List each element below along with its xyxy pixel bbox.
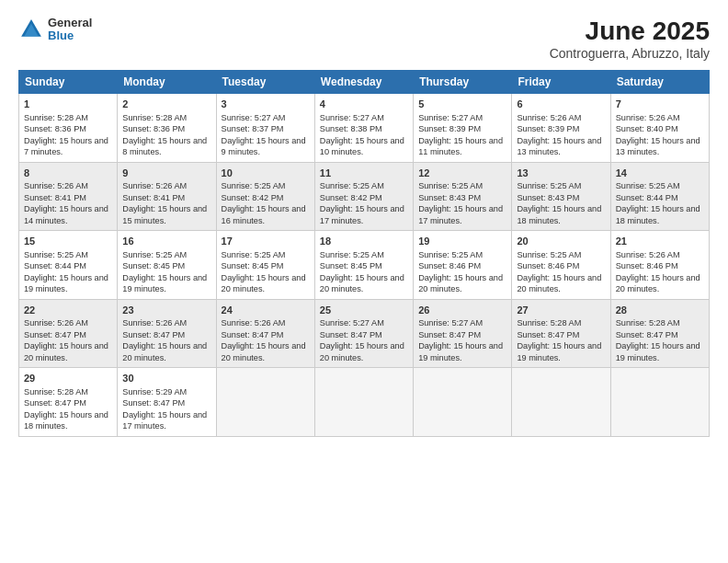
day-cell-13: 13Sunrise: 5:25 AMSunset: 8:43 PMDayligh… [512, 162, 610, 231]
header-tuesday: Tuesday [216, 71, 314, 94]
day-cell-5: 5Sunrise: 5:27 AMSunset: 8:39 PMDaylight… [414, 94, 512, 163]
logo: General Blue [18, 17, 92, 43]
day-cell-2: 2Sunrise: 5:28 AMSunset: 8:36 PMDaylight… [118, 94, 216, 163]
header-sunday: Sunday [19, 71, 118, 94]
header-wednesday: Wednesday [314, 71, 413, 94]
calendar-table: Sunday Monday Tuesday Wednesday Thursday… [18, 70, 710, 437]
week-row-5: 29Sunrise: 5:28 AMSunset: 8:47 PMDayligh… [19, 368, 710, 437]
day-cell-15: 15Sunrise: 5:25 AMSunset: 8:44 PMDayligh… [19, 231, 118, 300]
day-cell-12: 12Sunrise: 5:25 AMSunset: 8:43 PMDayligh… [414, 162, 512, 231]
day-cell-19: 19Sunrise: 5:25 AMSunset: 8:46 PMDayligh… [414, 231, 512, 300]
day-cell-9: 9Sunrise: 5:26 AMSunset: 8:41 PMDaylight… [118, 162, 216, 231]
title-block: June 2025 Controguerra, Abruzzo, Italy [550, 17, 710, 61]
day-cell-empty-5 [610, 368, 709, 437]
logo-general: General [48, 17, 92, 29]
day-cell-6: 6Sunrise: 5:26 AMSunset: 8:39 PMDaylight… [512, 94, 610, 163]
header-friday: Friday [512, 71, 610, 94]
subtitle: Controguerra, Abruzzo, Italy [550, 46, 710, 61]
week-row-3: 15Sunrise: 5:25 AMSunset: 8:44 PMDayligh… [19, 231, 710, 300]
logo-text: General Blue [48, 17, 92, 43]
day-cell-10: 10Sunrise: 5:25 AMSunset: 8:42 PMDayligh… [216, 162, 314, 231]
day-cell-27: 27Sunrise: 5:28 AMSunset: 8:47 PMDayligh… [512, 299, 610, 368]
day-cell-17: 17Sunrise: 5:25 AMSunset: 8:45 PMDayligh… [216, 231, 314, 300]
day-cell-16: 16Sunrise: 5:25 AMSunset: 8:45 PMDayligh… [118, 231, 216, 300]
day-cell-empty-3 [414, 368, 512, 437]
week-row-4: 22Sunrise: 5:26 AMSunset: 8:47 PMDayligh… [19, 299, 710, 368]
day-cell-7: 7Sunrise: 5:26 AMSunset: 8:40 PMDaylight… [610, 94, 709, 163]
header: General Blue June 2025 Controguerra, Abr… [18, 17, 710, 61]
logo-blue: Blue [48, 29, 92, 42]
day-cell-21: 21Sunrise: 5:26 AMSunset: 8:46 PMDayligh… [610, 231, 709, 300]
day-cell-24: 24Sunrise: 5:26 AMSunset: 8:47 PMDayligh… [216, 299, 314, 368]
day-cell-20: 20Sunrise: 5:25 AMSunset: 8:46 PMDayligh… [512, 231, 610, 300]
day-cell-empty-1 [216, 368, 314, 437]
day-cell-22: 22Sunrise: 5:26 AMSunset: 8:47 PMDayligh… [19, 299, 118, 368]
day-cell-23: 23Sunrise: 5:26 AMSunset: 8:47 PMDayligh… [118, 299, 216, 368]
day-cell-4: 4Sunrise: 5:27 AMSunset: 8:38 PMDaylight… [314, 94, 413, 163]
page: General Blue June 2025 Controguerra, Abr… [0, 0, 728, 563]
header-saturday: Saturday [610, 71, 709, 94]
day-cell-14: 14Sunrise: 5:25 AMSunset: 8:44 PMDayligh… [610, 162, 709, 231]
header-monday: Monday [118, 71, 216, 94]
day-cell-25: 25Sunrise: 5:27 AMSunset: 8:47 PMDayligh… [314, 299, 413, 368]
weekday-header-row: Sunday Monday Tuesday Wednesday Thursday… [19, 71, 710, 94]
day-cell-empty-2 [314, 368, 413, 437]
logo-icon [18, 17, 44, 42]
day-cell-28: 28Sunrise: 5:28 AMSunset: 8:47 PMDayligh… [610, 299, 709, 368]
day-cell-29: 29Sunrise: 5:28 AMSunset: 8:47 PMDayligh… [19, 368, 118, 437]
week-row-1: 1Sunrise: 5:28 AMSunset: 8:36 PMDaylight… [19, 94, 710, 163]
main-title: June 2025 [550, 17, 710, 46]
day-cell-11: 11Sunrise: 5:25 AMSunset: 8:42 PMDayligh… [314, 162, 413, 231]
day-cell-26: 26Sunrise: 5:27 AMSunset: 8:47 PMDayligh… [414, 299, 512, 368]
day-cell-3: 3Sunrise: 5:27 AMSunset: 8:37 PMDaylight… [216, 94, 314, 163]
day-cell-18: 18Sunrise: 5:25 AMSunset: 8:45 PMDayligh… [314, 231, 413, 300]
day-cell-8: 8Sunrise: 5:26 AMSunset: 8:41 PMDaylight… [19, 162, 118, 231]
day-cell-30: 30Sunrise: 5:29 AMSunset: 8:47 PMDayligh… [118, 368, 216, 437]
day-cell-empty-4 [512, 368, 610, 437]
header-thursday: Thursday [414, 71, 512, 94]
week-row-2: 8Sunrise: 5:26 AMSunset: 8:41 PMDaylight… [19, 162, 710, 231]
day-cell-1: 1Sunrise: 5:28 AMSunset: 8:36 PMDaylight… [19, 94, 118, 163]
